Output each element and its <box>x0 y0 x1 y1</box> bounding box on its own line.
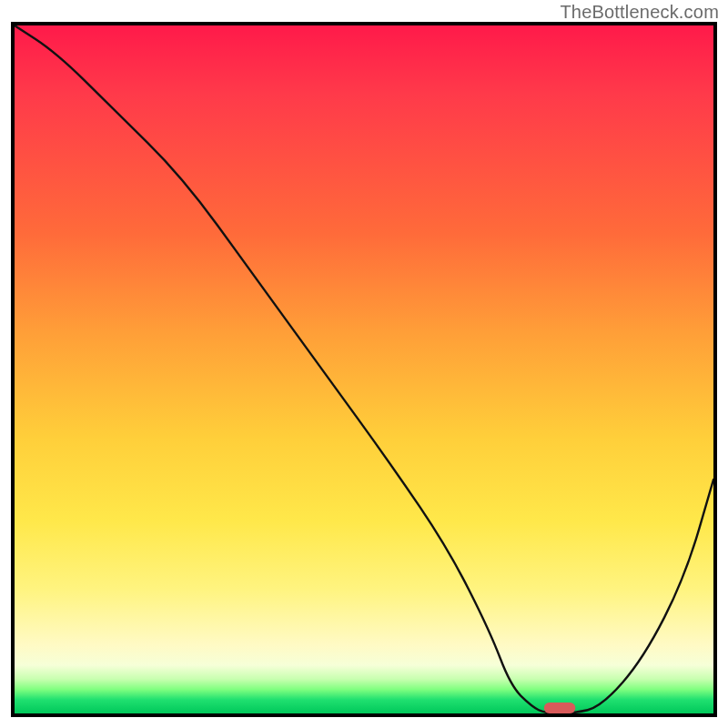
chart-container: TheBottleneck.com <box>0 0 728 728</box>
watermark-text: TheBottleneck.com <box>560 2 719 23</box>
chart-background-gradient <box>15 25 713 713</box>
